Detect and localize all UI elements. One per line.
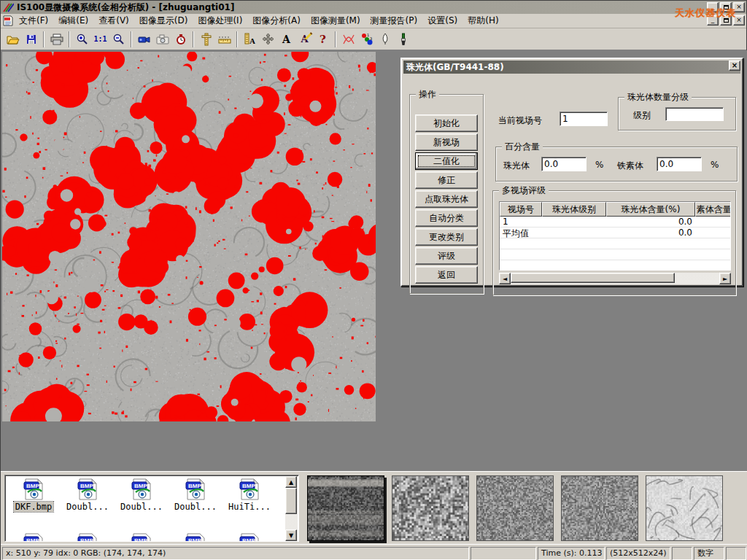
file-item[interactable]: BMP Doubl... <box>61 478 115 512</box>
new-field-button[interactable]: 新视场 <box>415 133 478 151</box>
brush-icon[interactable] <box>394 30 412 48</box>
grading-table-header: 视场号 珠光体级别 珠光体含量(%) 铁素体含量(%) <box>500 202 730 217</box>
grading-table[interactable]: 视场号 珠光体级别 珠光体含量(%) 铁素体含量(%) 1 0.0 <box>499 201 731 271</box>
classify-dots-icon[interactable]: 13 <box>357 30 376 48</box>
file-name[interactable]: HuiTi... <box>227 502 272 512</box>
ruler-icon[interactable] <box>215 30 233 48</box>
scroll-left-icon[interactable]: ◄ <box>499 273 511 284</box>
percent-group: 百分含量 珠光体 % 铁素体 % <box>495 147 738 182</box>
scroll-right-icon[interactable]: ► <box>719 273 731 284</box>
menu-settings[interactable]: 设置(S) <box>422 13 462 28</box>
statusbar: x: 510 y: 79 idx: 0 RGB: (174, 174, 174)… <box>1 544 747 560</box>
svg-text:BMP: BMP <box>80 537 93 542</box>
pen-icon[interactable] <box>376 30 394 48</box>
camera-icon[interactable] <box>153 30 171 48</box>
grade-input[interactable] <box>665 107 724 121</box>
caliper-icon[interactable] <box>197 30 215 48</box>
operations-group-label: 操作 <box>416 88 439 101</box>
move-icon[interactable] <box>259 30 277 48</box>
thumbnail-1[interactable] <box>307 475 384 541</box>
grade-button[interactable]: 评级 <box>415 247 478 265</box>
current-field-label: 当前视场号 <box>498 114 542 127</box>
binarize-button[interactable]: 二值化 <box>415 152 478 170</box>
ferrite-label: 铁素体 <box>617 160 643 172</box>
zoom-out-icon[interactable] <box>109 30 128 48</box>
file-name[interactable]: DKF.bmp <box>14 502 54 512</box>
pearlite-input[interactable] <box>541 157 587 171</box>
actual-size-icon[interactable]: 1:1 <box>91 30 109 48</box>
file-name[interactable]: Doubl... <box>119 502 164 512</box>
metallograph-image[interactable] <box>2 52 376 421</box>
dialog-close-icon[interactable]: × <box>729 61 740 71</box>
col-pearlite-content: 珠光体含量(%) <box>606 202 695 217</box>
menu-file[interactable]: 文件(F) <box>14 13 53 28</box>
text-icon[interactable]: A <box>277 30 295 48</box>
pick-pearlite-button[interactable]: 点取珠光体 <box>415 190 478 208</box>
file-list-vscrollbar[interactable]: ▲ ▼ <box>285 476 298 541</box>
zoom-in-icon[interactable] <box>73 30 91 48</box>
vscroll-thumb[interactable] <box>285 488 297 514</box>
thumbnail-2[interactable] <box>392 475 469 541</box>
svg-text:BMP: BMP <box>242 483 255 489</box>
open-icon[interactable] <box>4 30 22 48</box>
correct-button[interactable]: 修正 <box>415 171 478 189</box>
thumbnail-5[interactable] <box>646 475 723 541</box>
ferrite-input[interactable] <box>657 157 702 171</box>
menu-report[interactable]: 测量报告(P) <box>365 13 423 28</box>
scroll-up-icon[interactable]: ▲ <box>285 476 297 488</box>
menu-help[interactable]: 帮助(H) <box>462 13 503 28</box>
video-camera-icon[interactable] <box>135 30 153 48</box>
file-item[interactable]: BMP DKF.bmp <box>7 478 61 512</box>
svg-text:BMP: BMP <box>134 483 147 489</box>
annotate-icon[interactable]: A <box>295 30 314 48</box>
menu-view[interactable]: 查看(V) <box>93 13 134 28</box>
menu-edit[interactable]: 编辑(E) <box>53 13 93 28</box>
menubar: 文件(F) 编辑(E) 查看(V) 图像显示(D) 图像处理(I) 图像分析(A… <box>1 14 746 28</box>
svg-text:A: A <box>249 36 255 45</box>
toolbar: 1:1 A A A ? <box>1 28 746 50</box>
timer-icon[interactable] <box>171 30 190 48</box>
table-row[interactable]: 平均值 0.0 <box>500 228 730 238</box>
menu-image-process[interactable]: 图像处理(I) <box>193 13 247 28</box>
col-pearlite-grade: 珠光体级别 <box>542 202 606 217</box>
measure-text-icon[interactable]: A <box>241 30 259 48</box>
file-name[interactable]: Doubl... <box>65 502 110 512</box>
curve-icon[interactable] <box>339 30 357 48</box>
status-empty-2 <box>672 547 692 560</box>
status-empty-1 <box>471 547 536 560</box>
thumbnail-4[interactable] <box>561 475 638 541</box>
file-item[interactable]: BMP Doubl... <box>169 478 222 512</box>
percent-group-label: 百分含量 <box>502 141 543 153</box>
table-hscrollbar[interactable]: ◄ ► <box>499 273 731 284</box>
print-icon[interactable] <box>47 30 66 48</box>
file-row-clipped: BMP BMP BMP BMP BMP <box>7 532 276 542</box>
table-row[interactable]: 1 0.0 <box>500 217 730 228</box>
change-class-button[interactable]: 更改类别 <box>415 228 478 246</box>
file-name[interactable]: Doubl... <box>173 502 218 512</box>
current-field-input[interactable] <box>560 112 608 126</box>
init-button[interactable]: 初始化 <box>415 114 478 132</box>
svg-text:BMP: BMP <box>26 483 39 489</box>
dialog-titlebar[interactable]: 珠光体(GB/T9441-88) <box>403 61 740 74</box>
svg-text:BMP: BMP <box>134 537 147 542</box>
file-item[interactable]: BMP Doubl... <box>115 478 169 512</box>
scroll-down-icon[interactable]: ▼ <box>285 529 297 541</box>
return-button[interactable]: 返回 <box>415 266 478 284</box>
file-list[interactable]: BMP DKF.bmp BMP Doubl... BMP Doubl... BM… <box>4 475 299 542</box>
svg-text:1: 1 <box>367 33 369 37</box>
vendor-watermark: 天水仪器仪表 <box>675 7 736 20</box>
file-item[interactable]: BMP HuiTi... <box>222 478 276 512</box>
svg-text:BMP: BMP <box>80 483 93 489</box>
help-icon[interactable]: ? <box>314 30 332 48</box>
pearlite-label: 珠光体 <box>503 160 530 172</box>
save-icon[interactable] <box>22 30 40 48</box>
pearlite-unit: % <box>595 160 603 170</box>
menu-image-analysis[interactable]: 图像分析(A) <box>247 13 306 28</box>
status-time: Time (s): 0.113 <box>538 547 605 560</box>
thumbnail-3[interactable] <box>476 475 554 541</box>
auto-classify-button[interactable]: 自动分类 <box>415 209 478 227</box>
hscroll-thumb[interactable] <box>511 273 675 283</box>
col-field-no: 视场号 <box>500 202 542 217</box>
menu-image-display[interactable]: 图像显示(D) <box>134 13 193 28</box>
menu-image-measure[interactable]: 图像测量(M) <box>306 13 365 28</box>
